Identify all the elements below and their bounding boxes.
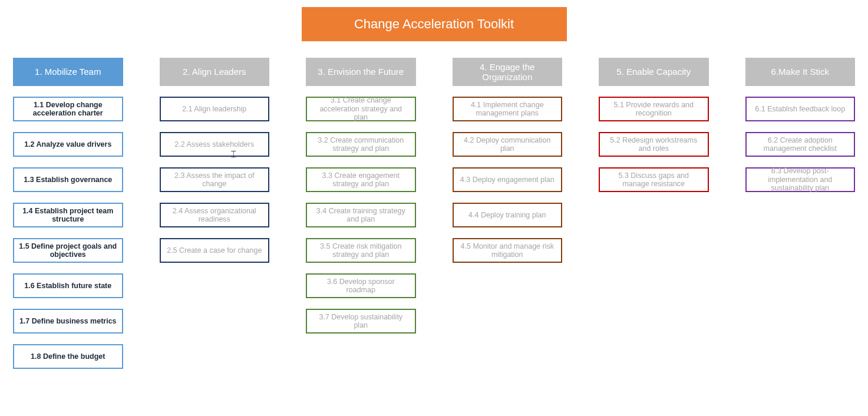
column-4: 4. Engage the Organization4.1 Implement … [453,58,563,263]
column-header-2[interactable]: 2. Align Leaders [160,58,270,86]
columns-grid: 1. Mobilize Team1.1 Develop change accel… [13,58,855,369]
item-5-1[interactable]: 5.1 Provide rewards and recognition [599,97,709,121]
item-6-1[interactable]: 6.1 Establish feedback loop [745,97,856,121]
item-4-1[interactable]: 4.1 Implement change management plans [453,97,563,121]
item-4-3[interactable]: 4.3 Deploy engagement plan [453,167,563,192]
column-header-1[interactable]: 1. Mobilize Team [13,58,123,86]
item-4-4[interactable]: 4.4 Deploy training plan [453,203,563,227]
item-3-5[interactable]: 3.5 Create risk mitigation strategy and … [306,238,416,263]
column-1: 1. Mobilize Team1.1 Develop change accel… [13,58,123,369]
item-3-4[interactable]: 3.4 Create training strategy and plan [306,203,416,227]
column-header-5[interactable]: 5. Enable Capacity [599,58,709,86]
item-2-1[interactable]: 2.1 Align leadership [160,97,270,121]
item-1-6[interactable]: 1.6 Establish future state [13,273,123,298]
item-3-6[interactable]: 3.6 Develop sponsor roadmap [306,273,416,298]
item-1-5[interactable]: 1.5 Define project goals and objectives [13,238,123,263]
item-4-2[interactable]: 4.2 Deploy communication plan [453,132,563,157]
column-header-3[interactable]: 3. Envision the Future [306,58,416,86]
item-1-1[interactable]: 1.1 Develop change acceleration charter [13,97,123,121]
item-3-2[interactable]: 3.2 Create communication strategy and pl… [306,132,416,157]
item-2-4[interactable]: 2.4 Assess organizational readiness [160,203,270,227]
item-2-5[interactable]: 2.5 Create a case for change [160,238,270,263]
item-1-4[interactable]: 1.4 Establish project team structure [13,203,123,227]
column-6: 6.Make It Stick6.1 Establish feedback lo… [745,58,856,192]
column-2: 2. Align Leaders2.1 Align leadership2.2 … [160,58,270,263]
column-5: 5. Enable Capacity5.1 Provide rewards an… [599,58,709,192]
item-1-8[interactable]: 1.8 Define the budget [13,344,123,369]
column-3: 3. Envision the Future3.1 Create change … [306,58,416,334]
item-2-2[interactable]: 2.2 Assess stakeholders [160,132,270,157]
item-1-3[interactable]: 1.3 Establish governance [13,167,123,192]
column-header-4[interactable]: 4. Engage the Organization [453,58,563,86]
column-header-6[interactable]: 6.Make It Stick [745,58,856,86]
item-1-2[interactable]: 1.2 Analyze value drivers [13,132,123,157]
item-1-7[interactable]: 1.7 Define business metrics [13,309,123,334]
item-5-3[interactable]: 5.3 Discuss gaps and manage resistance [599,167,709,192]
toolkit-title: Change Acceleration Toolkit [302,7,567,41]
item-4-5[interactable]: 4.5 Monitor and manage risk mitigation [453,238,563,263]
item-3-1[interactable]: 3.1 Create change acceleration strategy … [306,97,416,121]
item-6-3[interactable]: 6.3 Develop post-implementation and sust… [745,167,856,192]
item-3-7[interactable]: 3.7 Develop sustainability plan [306,309,416,334]
item-2-3[interactable]: 2.3 Assess the impact of change [160,167,270,192]
item-3-3[interactable]: 3.3 Create engagement strategy and plan [306,167,416,192]
item-5-2[interactable]: 5.2 Redesign workstreams and roles [599,132,709,157]
item-6-2[interactable]: 6.2 Create adoption management checklist [745,132,856,157]
